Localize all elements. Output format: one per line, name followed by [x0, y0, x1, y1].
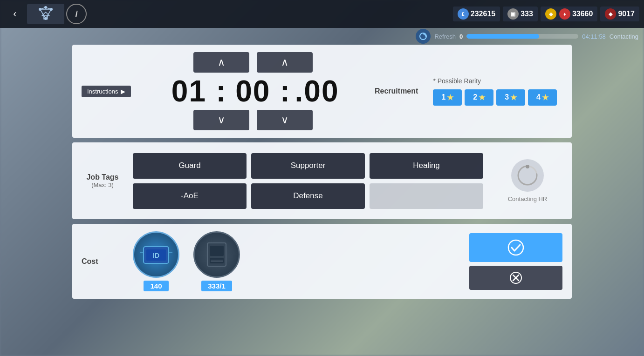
star4: ★ — [542, 93, 548, 102]
progress-bar — [466, 34, 578, 39]
ticket-svg: ID — [140, 238, 172, 271]
recruit-value: 333 — [521, 10, 533, 18]
svg-rect-24 — [210, 246, 224, 256]
cost-item-ticket: ID 140 — [133, 231, 179, 291]
cancel-icon — [509, 271, 522, 284]
cost-items: ID 140 — [133, 231, 460, 291]
svg-rect-25 — [210, 258, 224, 263]
tag-empty — [370, 183, 483, 209]
rarity-btn-2[interactable]: 2★ — [465, 89, 493, 106]
cancel-button[interactable] — [469, 266, 562, 290]
star1: ★ — [447, 93, 453, 102]
rarity-btn-4[interactable]: 4★ — [528, 89, 557, 106]
currency-gems: ◆ 9017 — [600, 7, 639, 21]
recruitment-label: Recruitment — [375, 87, 418, 95]
top-bar: ‹ i £ 232 — [0, 0, 644, 28]
refresh-bar: Refresh 0 04:11:58 Contacting — [410, 28, 644, 45]
home-button[interactable] — [27, 4, 64, 24]
time-controls: ∧ ∧ 01 : 00 : .00 ∨ ∨ — [140, 52, 365, 130]
instructions-area: Instructions ▶ — [82, 86, 131, 97]
star3: ★ — [510, 93, 517, 102]
time-display: 01 : 00 : .00 — [165, 74, 340, 108]
rarity-btn-1[interactable]: 1★ — [433, 89, 462, 106]
hr-icon — [511, 159, 544, 192]
gold-value: 33660 — [572, 10, 593, 18]
back-button[interactable]: ‹ — [5, 4, 25, 24]
rarity-btn-3[interactable]: 3★ — [496, 89, 525, 106]
job-tags-label-area: Job Tags (Max: 3) — [82, 173, 123, 188]
gems-icon2: ♦ — [559, 8, 570, 20]
hr-label: Contacting HR — [508, 195, 548, 202]
contacting-text: Contacting — [610, 33, 638, 40]
currency-gold: ◈ ♦ 33660 — [541, 7, 598, 21]
svg-line-7 — [46, 9, 51, 19]
seconds-display: .00 — [294, 76, 340, 106]
lmd-value: 232615 — [471, 10, 495, 18]
recruitment-panel: Instructions ▶ ∧ ∧ 01 : 00 : .00 ∨ ∨ Rec… — [72, 45, 572, 138]
rarity-buttons: 1★ 2★ 3★ 4★ — [433, 89, 557, 106]
time-down-buttons: ∨ ∨ — [193, 110, 313, 130]
rarity-title: * Possible Rarity — [433, 77, 557, 85]
star2: ★ — [479, 93, 485, 102]
top-bar-left: ‹ i — [5, 4, 87, 24]
hours-down-button[interactable]: ∨ — [193, 110, 249, 130]
recruit-icon: ▣ — [507, 8, 519, 20]
progress-bar-fill — [466, 34, 539, 39]
refresh-count: 0 — [459, 33, 463, 40]
job-tags-sublabel: (Max: 3) — [82, 181, 123, 188]
svg-line-6 — [40, 9, 46, 19]
hr-section: Contacting HR — [493, 159, 562, 202]
currency-lmd: £ 232615 — [453, 7, 500, 21]
tag-supporter[interactable]: Supporter — [251, 153, 365, 179]
minutes-down-button[interactable]: ∨ — [257, 110, 313, 130]
hours-display: 01 — [165, 76, 212, 106]
info-icon: i — [75, 9, 77, 19]
cost-item-item2: 333/1 — [193, 231, 240, 291]
back-icon: ‹ — [13, 8, 16, 20]
hours-up-button[interactable]: ∧ — [193, 52, 249, 73]
time-up-buttons: ∧ ∧ — [193, 52, 313, 73]
cost-panel: Cost ID 140 — [72, 224, 572, 299]
gold-icon: ◈ — [545, 8, 556, 20]
ticket-amount: 140 — [144, 281, 168, 291]
cost-label-area: Cost — [82, 257, 123, 266]
currency-recruit: ▣ 333 — [503, 7, 538, 21]
instructions-arrow: ▶ — [121, 88, 125, 95]
action-buttons — [469, 233, 562, 290]
refresh-button[interactable] — [416, 29, 431, 44]
svg-point-28 — [508, 240, 523, 255]
svg-text:ID: ID — [153, 252, 159, 259]
confirm-button[interactable] — [469, 233, 562, 262]
tag-defense[interactable]: Defense — [251, 183, 365, 209]
currency-group: £ 232615 ▣ 333 ◈ ♦ 33660 ◆ 9017 — [453, 7, 639, 21]
tag-healing[interactable]: Healing — [370, 153, 483, 179]
confirm-icon — [507, 239, 524, 256]
refresh-label: Refresh — [434, 33, 456, 40]
job-tags-label: Job Tags — [82, 173, 123, 181]
minutes-display: 00 — [230, 76, 276, 106]
ticket-icon: ID — [133, 231, 179, 278]
tags-grid: Guard Supporter Healing -AoE Defense — [133, 153, 483, 209]
minutes-up-button[interactable]: ∧ — [257, 52, 313, 73]
job-tags-panel: Job Tags (Max: 3) Guard Supporter Healin… — [72, 142, 572, 219]
home-icon — [36, 6, 55, 22]
colon2: : — [280, 76, 290, 106]
gems-value: 9017 — [618, 10, 635, 18]
recruitment-label-area: Recruitment — [375, 87, 418, 95]
item2-amount: 333/1 — [201, 281, 232, 291]
instructions-button[interactable]: Instructions ▶ — [82, 86, 131, 97]
refresh-spinner-icon — [516, 164, 539, 187]
gems-icon: ◆ — [605, 8, 616, 20]
lmd-icon: £ — [458, 8, 469, 20]
refresh-icon — [419, 32, 427, 40]
tag-aoe[interactable]: -AoE — [133, 183, 247, 209]
tag-guard[interactable]: Guard — [133, 153, 247, 179]
rarity-section: * Possible Rarity 1★ 2★ 3★ 4★ — [427, 72, 562, 111]
item2-icon — [193, 231, 240, 278]
instructions-label: Instructions — [87, 88, 118, 95]
main-content: Instructions ▶ ∧ ∧ 01 : 00 : .00 ∨ ∨ Rec… — [72, 45, 572, 347]
info-button[interactable]: i — [66, 4, 87, 24]
timer-text: 04:11:58 — [582, 33, 606, 40]
item2-svg — [200, 238, 233, 271]
colon1: : — [216, 76, 226, 106]
